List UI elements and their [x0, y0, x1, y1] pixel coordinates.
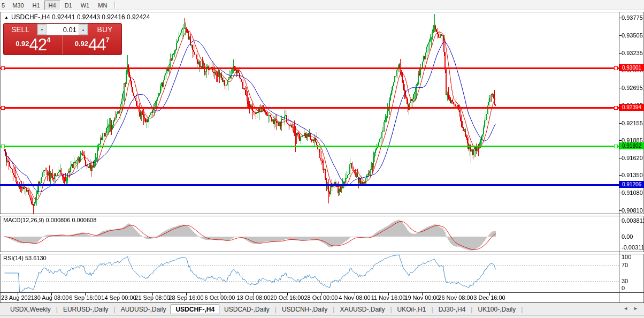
date-axis-label: 23 Aug 2021	[1, 294, 34, 301]
date-axis-label: 28 Sep 16:00	[168, 294, 203, 301]
date-axis-label: 3 Dec 16:00	[473, 294, 505, 301]
chart-tab-dj30-h4[interactable]: DJ30-,H4	[434, 305, 471, 314]
sell-price-pip: 4	[47, 36, 50, 44]
horizontal-line-0.91802[interactable]	[0, 146, 619, 147]
price-axis-tick: 0.91350	[622, 172, 643, 178]
line-drag-handle[interactable]	[614, 106, 618, 110]
line-drag-handle[interactable]	[1, 66, 5, 70]
price-axis-tick: 0.90810	[622, 207, 643, 214]
date-axis-top-border	[0, 292, 644, 293]
line-drag-handle[interactable]	[1, 145, 5, 148]
sell-price-main: 42	[29, 35, 47, 54]
price-axis-tick: 0.93505	[622, 32, 643, 39]
horizontal-line-0.92394[interactable]	[0, 107, 619, 109]
line-drag-handle[interactable]	[1, 106, 5, 110]
rsi-indicator-label: RSI(14) 53.6130	[3, 255, 47, 261]
rsi-panel-separator[interactable]	[0, 252, 644, 254]
chart-tab-audusd-daily[interactable]: AUDUSD-,Daily	[116, 305, 171, 314]
sell-price-prefix: 0.92	[16, 40, 29, 48]
buy-price-display[interactable]: 0.92447	[63, 35, 122, 55]
macd-panel-separator[interactable]	[0, 214, 644, 216]
chart-tab-usdx-weekly[interactable]: USDX,Weekly	[5, 305, 56, 314]
axis-separator-line	[619, 12, 619, 303]
rsi-axis-tick: 30	[622, 278, 628, 284]
lot-size-input[interactable]	[47, 24, 79, 35]
chart-tab-usdcnh-daily[interactable]: USDCNH-,Daily	[277, 305, 332, 314]
buy-price-pip: 7	[106, 36, 110, 44]
date-axis-label: 13 Oct 08:00	[237, 294, 271, 301]
price-tag-0.93001: 0.93001	[619, 64, 644, 71]
tab-scroll-arrows: ◄►	[620, 306, 641, 311]
collapse-trade-panel-icon[interactable]: ▲	[4, 15, 9, 20]
chart-title: ▲USDCHF-,H4 0.92441 0.92443 0.92416 0.92…	[4, 13, 150, 21]
price-axis-tick: 0.91620	[622, 155, 643, 161]
horizontal-line-0.93001[interactable]	[0, 67, 619, 69]
rsi-axis-tick: 100	[622, 254, 631, 260]
price-axis-tick: 0.93235	[622, 50, 643, 56]
date-axis-label: 19 Nov 00:00	[404, 294, 439, 301]
date-axis-label: 26 Nov 08:00	[438, 294, 473, 301]
chart-title-text: USDCHF-,H4 0.92441 0.92443 0.92416 0.924…	[11, 13, 150, 21]
chart-tab-bar: USDX,Weekly|EURUSD-,Daily|AUDUSD-,DailyU…	[0, 303, 644, 315]
date-axis-label: 6 Oct 00:00	[205, 294, 235, 301]
sell-button[interactable]: SELL	[4, 25, 37, 34]
buy-price-prefix: 0.92	[75, 40, 88, 48]
sell-price-display[interactable]: 0.92424	[4, 35, 63, 55]
rsi-axis-tick: 0	[622, 285, 625, 291]
price-tag-0.92394: 0.92394	[619, 104, 644, 111]
status-strip	[0, 315, 644, 318]
date-axis-label: 4 Nov 08:00	[339, 294, 370, 301]
chart-tab-usdchf-h4[interactable]: USDCHF-,H4	[171, 305, 219, 314]
horizontal-line-0.91206[interactable]	[0, 184, 619, 186]
line-drag-handle[interactable]	[614, 145, 618, 148]
trading-platform-window: 5M30H1H4D1W1MN ▲USDCHF-,H4 0.92441 0.924…	[0, 0, 644, 318]
date-axis-label: 28 Oct 00:00	[304, 294, 338, 301]
macd-axis-tick: -0.00311	[622, 244, 644, 251]
macd-indicator-label: MACD(12,26,9) 0.000806 0.000608	[3, 217, 96, 223]
price-tag-0.91802: 0.91802	[619, 142, 644, 149]
chart-tab-xauusd-daily[interactable]: XAUUSD-,Daily	[335, 305, 389, 314]
date-axis-label: 11 Nov 16:00	[371, 294, 406, 301]
chart-tab-usdcad-daily[interactable]: USDCAD-,Daily	[219, 305, 274, 314]
price-axis-tick: 0.93775	[622, 14, 643, 21]
date-axis-label: 14 Sep 00:00	[101, 294, 136, 301]
chart-tab-ukoil-h1[interactable]: UKOil-,H1	[393, 305, 431, 314]
chart-tab-uk100-daily[interactable]: UK100-,Daily	[473, 305, 520, 314]
macd-axis-tick: 0.00	[622, 233, 633, 240]
line-drag-handle[interactable]	[614, 66, 618, 70]
tab-scroll-right-icon[interactable]: ►	[631, 306, 641, 311]
price-tag-0.91206: 0.91206	[619, 181, 644, 188]
date-axis-label: 6 Sep 16:00	[69, 294, 101, 301]
one-click-trade-panel: SELL ▼ ▲ BUY 0.92424 0.92447	[3, 23, 122, 55]
tab-separator: |	[520, 306, 523, 313]
rsi-axis-tick: 70	[622, 262, 628, 268]
date-axis-label: 20 Oct 16:00	[271, 294, 304, 301]
macd-axis-tick: 0.003811	[622, 217, 644, 224]
lot-increase-button[interactable]: ▲	[79, 24, 88, 35]
buy-button[interactable]: BUY	[88, 25, 121, 34]
date-axis-label: 30 Aug 08:00	[34, 294, 69, 301]
buy-price-main: 44	[88, 35, 105, 54]
price-axis-tick: 0.92695	[622, 85, 643, 91]
lot-decrease-button[interactable]: ▼	[37, 24, 47, 35]
tab-scroll-left-icon[interactable]: ◄	[620, 306, 631, 311]
chart-tab-eurusd-daily[interactable]: EURUSD-,Daily	[58, 305, 113, 314]
price-axis-tick: 0.92155	[622, 120, 643, 126]
price-axis-tick: 0.91080	[622, 190, 643, 196]
lot-size-stepper: ▼ ▲	[37, 24, 88, 35]
date-axis-label: 21 Sep 08:00	[135, 294, 170, 301]
